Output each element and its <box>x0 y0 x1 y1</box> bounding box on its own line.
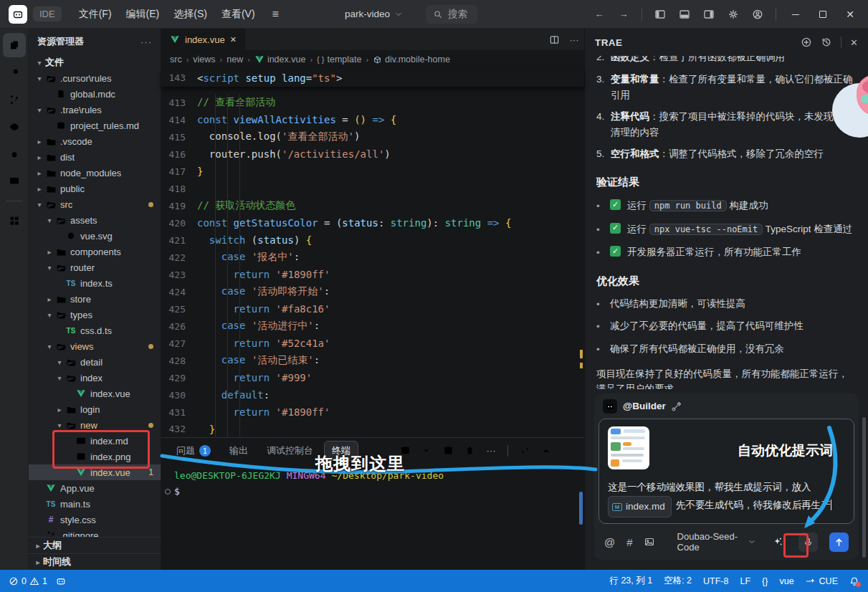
window-minimize-button[interactable]: ─ <box>783 4 808 25</box>
tree-item-assets[interactable]: ▾assets <box>29 212 161 228</box>
code-line-431[interactable]: 431 return '#1890ff' <box>161 404 584 421</box>
terminal-scrollbar[interactable] <box>579 492 583 525</box>
send-button[interactable] <box>829 533 849 552</box>
code-line-418[interactable]: 418 <box>161 180 584 197</box>
code-line-430[interactable]: 430 default: <box>161 386 584 404</box>
tree-item-components[interactable]: ▸components <box>29 244 161 259</box>
status--23-1[interactable]: 行 23, 列 1 <box>609 575 652 587</box>
notifications-bell-icon[interactable] <box>849 576 859 586</box>
cue-status[interactable]: CUE <box>806 576 838 586</box>
close-panel-icon[interactable]: ✕ <box>850 37 858 48</box>
toggle-panel-button[interactable] <box>674 4 695 24</box>
panel-layout-icon[interactable] <box>439 441 457 460</box>
auto-optimize-prompt-button[interactable] <box>768 533 787 552</box>
code-line-417[interactable]: 417} <box>161 163 584 180</box>
tree-item-node_modules[interactable]: ▸node_modules <box>29 165 161 181</box>
toggle-right-panel-button[interactable] <box>698 4 720 24</box>
activity-source-control-icon[interactable] <box>3 87 26 112</box>
menu-查看(V)[interactable]: 查看(V) <box>214 5 262 24</box>
breadcrumb[interactable]: src›views›new›index.vue›{ }template›div.… <box>161 50 584 69</box>
panel-tab-调试控制台[interactable]: 调试控制台 <box>259 441 321 461</box>
tree-item-vue.svg[interactable]: vue.svg <box>29 228 161 244</box>
status--[interactable]: {} <box>762 575 768 587</box>
editor-more-icon[interactable]: ··· <box>564 29 584 50</box>
status--2[interactable]: 空格: 2 <box>664 575 692 587</box>
code-line-426[interactable]: 426 case '活动进行中': <box>161 318 584 335</box>
panel-connect-icon[interactable] <box>515 441 534 460</box>
tree-item-public[interactable]: ▸public <box>29 181 161 196</box>
settings-gear-icon[interactable] <box>722 4 744 24</box>
activity-extensions-icon[interactable] <box>3 209 26 233</box>
split-editor-icon[interactable] <box>544 29 564 50</box>
attachment-thumbnail[interactable] <box>608 426 649 469</box>
kill-terminal-icon[interactable] <box>460 441 479 460</box>
code-line-432[interactable]: 432 } <box>161 421 584 437</box>
status-UTF-8[interactable]: UTF-8 <box>703 575 728 587</box>
tree-item-index.vue[interactable]: index.vue <box>29 386 161 401</box>
code-line-416[interactable]: 416 router.push('/activities/all') <box>161 145 584 163</box>
tree-item-index[interactable]: ▾index <box>29 370 161 386</box>
attach-image-icon[interactable] <box>644 537 654 547</box>
tree-item-index.ts[interactable]: TSindex.ts <box>29 275 161 291</box>
voice-input-button[interactable] <box>798 533 818 552</box>
agent-name[interactable]: @Builder <box>623 401 666 411</box>
code-line-420[interactable]: 420const getStatusColor = (status: strin… <box>161 214 584 231</box>
tree-item-index.png[interactable]: index.png <box>29 449 161 464</box>
tree-item-types[interactable]: ▾types <box>29 307 161 323</box>
hamburger-menu-icon[interactable]: ≡ <box>265 5 286 24</box>
global-search[interactable]: 搜索 <box>426 5 477 24</box>
tree-item-style.css[interactable]: #style.css <box>29 512 161 527</box>
code-line-425[interactable]: 425 return '#fa8c16' <box>161 300 584 318</box>
mention-chip-index-md[interactable]: Mindex.md <box>608 496 672 517</box>
menu-选择(S)[interactable]: 选择(S) <box>166 5 214 24</box>
sidebar-section-时间线[interactable]: ▸时间线 <box>29 553 161 570</box>
status-vue[interactable]: vue <box>779 575 793 587</box>
tree-item-css.d.ts[interactable]: TScss.d.ts <box>29 323 161 338</box>
tree-item-.trae-rules[interactable]: ▾.trae\rules <box>29 102 161 118</box>
tree-item-router[interactable]: ▾router <box>29 259 161 275</box>
new-chat-icon[interactable] <box>801 37 812 48</box>
tree-item-new[interactable]: ▾new <box>29 417 161 433</box>
account-icon[interactable] <box>747 4 768 24</box>
toggle-sidebar-button[interactable] <box>649 4 671 24</box>
activity-explorer-icon[interactable] <box>3 33 26 57</box>
activity-remote-window-icon[interactable] <box>3 169 26 194</box>
code-line-428[interactable]: 428 case '活动已结束': <box>161 352 584 369</box>
code-line-423[interactable]: 423 return '#1890ff' <box>161 266 584 283</box>
tree-item-App.vue[interactable]: App.vue <box>29 480 161 496</box>
code-line-419[interactable]: 419// 获取活动状态颜色 <box>161 197 584 214</box>
problems-status[interactable]: 0 1 <box>9 576 47 586</box>
tree-item-global.mdc[interactable]: global.mdc <box>29 86 161 102</box>
activity-preview-icon[interactable] <box>3 115 26 139</box>
code-line-414[interactable]: 414const viewAllActivities = () => { <box>161 111 584 128</box>
chat-input-box[interactable]: 这是一个移动端效果图，帮我生成提示词，放入 Mindex.md先不要生成代码，待… <box>598 419 854 524</box>
panel-more-icon[interactable]: ··· <box>482 441 500 460</box>
tab-index-vue[interactable]: index.vue ✕ <box>161 29 245 50</box>
code-line-422[interactable]: 422 case '报名中': <box>161 249 584 266</box>
code-line-429[interactable]: 429 return '#999' <box>161 369 584 386</box>
tree-item-detail[interactable]: ▾detail <box>29 354 161 370</box>
activity-search-icon[interactable] <box>3 60 26 85</box>
tree-item-.vscode[interactable]: ▸.vscode <box>29 133 161 149</box>
tree-item-views[interactable]: ▾views <box>29 338 161 354</box>
maximize-panel-icon[interactable] <box>537 441 555 460</box>
tree-item-store[interactable]: ▸store <box>29 291 161 307</box>
ai-status-icon[interactable] <box>56 576 66 586</box>
code-line-427[interactable]: 427 return '#52c41a' <box>161 335 584 352</box>
breadcrumb-src[interactable]: src <box>170 54 182 65</box>
tree-item-.cursor-rules[interactable]: ▾.cursor\rules <box>29 70 161 86</box>
panel-scrollbar[interactable] <box>862 417 866 558</box>
panel-tab-终端[interactable]: 终端 <box>324 441 358 461</box>
tree-section--[interactable]: ▾文件 <box>29 54 161 70</box>
agent-tools-icon[interactable] <box>672 401 682 411</box>
menu-编辑(E)[interactable]: 编辑(E) <box>119 5 167 24</box>
tree-item-main.ts[interactable]: TSmain.ts <box>29 496 161 512</box>
explorer-more-icon[interactable]: ··· <box>140 37 152 47</box>
status-LF[interactable]: LF <box>740 575 750 587</box>
split-terminal-icon[interactable] <box>396 441 414 460</box>
tree-item-project_rules.md[interactable]: project_rules.md <box>29 118 161 133</box>
tree-item-src[interactable]: ▾src <box>29 196 161 212</box>
activity-debug-icon[interactable] <box>3 142 26 166</box>
panel-tab-问题[interactable]: 问题1 <box>168 441 219 461</box>
code-line-424[interactable]: 424 case '活动即将开始': <box>161 283 584 300</box>
